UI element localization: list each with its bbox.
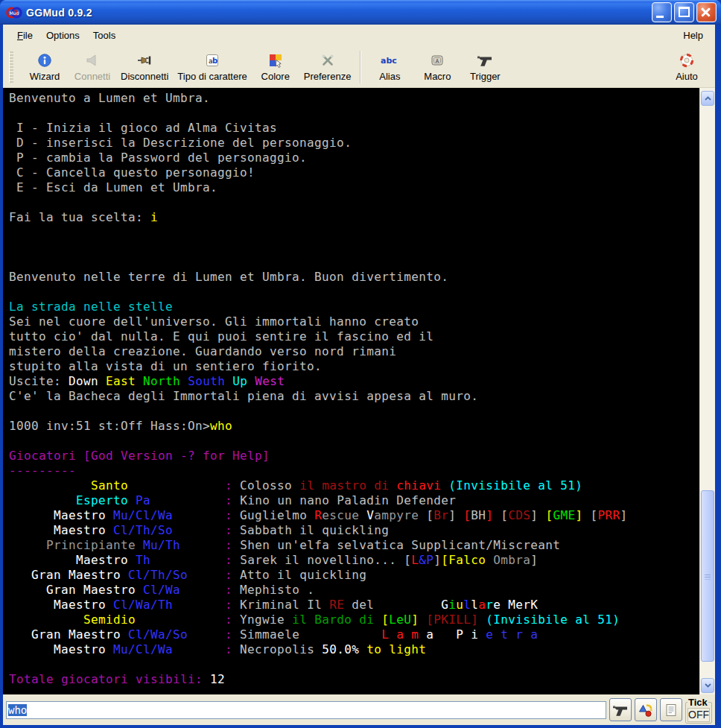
terminal-line: Uscite: Down East North South Up West [9, 374, 699, 389]
maximize-button[interactable] [674, 2, 694, 22]
terminal-text: R [314, 508, 322, 522]
toolbar-separator [360, 51, 361, 83]
terminal-text: (Invisibile al 51) [448, 478, 582, 493]
command-text-selected: who [8, 704, 27, 716]
menu-item-help[interactable]: Help [679, 28, 708, 43]
terminal-text: e MerK [493, 598, 538, 612]
terminal-text: Down [69, 374, 98, 388]
terminal-text [486, 553, 493, 567]
terminal-text: East [106, 374, 136, 388]
terminal-text: --------- [9, 463, 76, 478]
toolbar-label: Macro [424, 71, 451, 82]
terminal-line: stupito alla vista di un sentiero fiorit… [9, 359, 699, 374]
macro-icon: A [429, 52, 445, 69]
wizard-icon [36, 52, 53, 69]
terminal-text: C'e' la Bacheca degli Immortali piena di… [9, 389, 478, 403]
terminal-text: Benvenuto nelle terre di Lumen et Umbra.… [9, 270, 448, 284]
trigger-button[interactable] [609, 698, 632, 721]
terminal-line: Giocatori [God Version -? for Help] [9, 449, 699, 463]
toolbar-wizard-button[interactable]: Wizard [21, 48, 69, 86]
toolbar-drag-handle[interactable] [9, 51, 13, 83]
terminal-text: [ [545, 508, 553, 522]
menu-item-tools[interactable]: Tools [86, 28, 122, 43]
alias-icon: abc [379, 52, 400, 69]
terminal-text: Cl/Wa [143, 583, 180, 597]
scrollbar-thumb[interactable] [701, 490, 714, 662]
terminal-line: mistero della creazione. Guardando verso… [9, 344, 699, 359]
terminal-output[interactable]: Benvenuto a Lumen et Umbra. I - Inizia i… [3, 88, 699, 694]
toolbar-label: Connetti [74, 71, 110, 82]
toolbar-label: Alias [379, 71, 400, 82]
toolbar-aiuto-button[interactable]: Aiuto [663, 48, 711, 86]
terminal-line [9, 285, 699, 300]
terminal-text: V [366, 508, 374, 522]
terminal-text: P - cambia la Password del personaggio. [9, 151, 307, 165]
color-icon [267, 52, 284, 69]
notes-button[interactable] [660, 698, 682, 721]
toolbar-label: Colore [261, 71, 290, 82]
toolbar-label: Aiuto [676, 71, 698, 82]
terminal-text: u [456, 598, 463, 612]
terminal-text: 1000 inv:51 st:Off Hass:On> [9, 419, 210, 433]
terminal-text: Semidio [9, 613, 136, 627]
terminal-line: D - inserisci la Descrizione del persona… [9, 136, 699, 151]
terminal-text: Maestro [9, 508, 113, 522]
terminal-text: Br [433, 508, 448, 522]
terminal-text [128, 493, 136, 507]
terminal-text: i [448, 598, 456, 612]
terminal-line: Totale giocatori visibili: 12 [9, 672, 699, 687]
terminal-line: Benvenuto a Lumen et Umbra. [9, 91, 699, 106]
terminal-text: Shen un'elfa selvatica Supplicant/Miscre… [240, 538, 560, 552]
terminal-text: [ [582, 508, 597, 522]
scroll-up-button[interactable] [701, 91, 714, 106]
terminal-text: [ [463, 508, 471, 522]
terminal-text: mistero della creazione. Guardando verso… [9, 344, 396, 358]
toolbar-trigger-button[interactable]: Trigger [461, 48, 509, 86]
toolbar-disconnetti-button[interactable]: Disconnetti [116, 48, 173, 86]
toolbar-tipo-di-carattere-button[interactable]: abTipo di carattere [173, 48, 251, 86]
terminal-text: l [471, 598, 478, 612]
terminal-text: West [255, 374, 285, 388]
terminal-line: Fai la tua scelta: i [9, 210, 699, 225]
terminal-text: : [188, 568, 240, 582]
menu-item-file[interactable]: File [10, 28, 39, 43]
terminal-text: GME [553, 508, 575, 522]
terminal-text: Kino un nano Paladin Defender [240, 493, 456, 507]
toolbar-preferenze-button[interactable]: Preferenze [299, 48, 356, 86]
tick-status[interactable]: OFF [687, 708, 710, 722]
terminal-text: Maestro [9, 523, 113, 537]
terminal-text: I - Inizia il gioco ad Alma Civitas [9, 121, 277, 135]
terminal-text: C - Cancella questo personaggio! [9, 165, 255, 180]
notes-icon [663, 702, 679, 718]
terminal-text: Principiante [9, 538, 136, 552]
terminal-text: Fai la tua scelta: [9, 210, 150, 224]
toolbar-label: Disconnetti [121, 71, 168, 82]
close-button[interactable] [696, 2, 717, 22]
terminal-line: Gran Maestro Cl/Th/So : Atto il quicklin… [9, 568, 699, 583]
terminal-text: ] [530, 553, 538, 567]
minimize-button[interactable] [652, 2, 672, 22]
lifering-icon [679, 52, 695, 69]
terminal-text [247, 374, 255, 388]
toolbar-connetti-button: Connetti [69, 48, 116, 86]
capture-button[interactable] [635, 698, 657, 721]
terminal-text: G [441, 598, 448, 612]
menu-item-options[interactable]: Options [39, 28, 86, 43]
terminal-text: LeU [389, 613, 411, 627]
scroll-down-button[interactable] [701, 678, 714, 693]
toolbar-alias-button[interactable]: abcAlias [366, 48, 413, 86]
toolbar-macro-button[interactable]: AMacro [413, 48, 461, 86]
terminal-text: Mu/Cl/Wa [113, 508, 173, 522]
terminal-text: Esperto [9, 493, 128, 507]
terminal-line: Sei nel cuore dell'universo. Gli immorta… [9, 314, 699, 329]
title-bar: Mud GGMud 0.9.2 [0, 0, 721, 25]
terminal-text: : [150, 493, 240, 507]
terminal-line: P - cambia la Password del personaggio. [9, 151, 699, 165]
command-input[interactable]: who [6, 701, 606, 719]
terminal-text: L a m [381, 627, 426, 642]
terminal-text: to light [366, 642, 426, 656]
terminal-text: 12 [210, 672, 225, 686]
terminal-line: tutto cio' dal nulla. E qui puoi sentire… [9, 329, 699, 344]
toolbar-colore-button[interactable]: Colore [252, 48, 299, 86]
svg-text:abc: abc [381, 56, 397, 66]
